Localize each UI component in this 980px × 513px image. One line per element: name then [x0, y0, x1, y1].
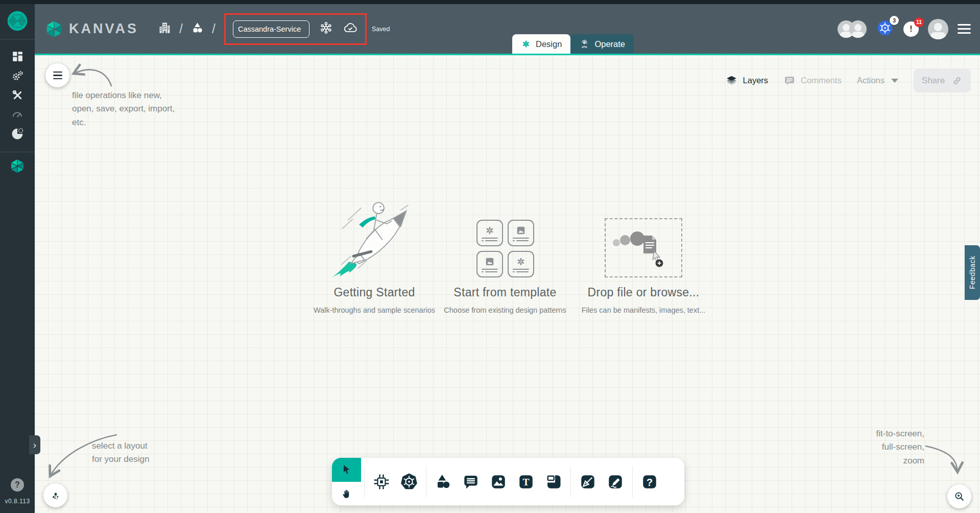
- layout-selector-button[interactable]: [43, 483, 67, 507]
- sidebar-item-extensions[interactable]: [7, 124, 28, 144]
- layout-annotation: select a layout for your design: [92, 439, 149, 467]
- sidebar-item-settings[interactable]: [7, 66, 28, 85]
- card-title: Getting Started: [310, 286, 438, 299]
- chevron-right-icon: ›: [33, 439, 36, 451]
- cursor-icon: [341, 463, 353, 476]
- share-label: Share: [922, 76, 945, 86]
- kanvas-app: ? v0.8.113 › KANVAS /: [0, 0, 980, 513]
- sidebar-divider: [0, 152, 35, 152]
- tab-design-label: Design: [536, 39, 562, 49]
- notifications-button[interactable]: ! 11: [903, 21, 919, 37]
- kanvas-logo-icon: [45, 20, 63, 38]
- sidebar-item-kanvas[interactable]: [7, 156, 28, 176]
- toolbar-divider: [364, 466, 365, 498]
- toolbar-divider: [570, 466, 571, 498]
- actions-dropdown[interactable]: Actions: [857, 76, 898, 85]
- frame-tool[interactable]: [541, 466, 566, 498]
- k8s-context-button[interactable]: 3: [876, 19, 894, 39]
- crossed-tools-icon: [11, 88, 25, 102]
- header-right-cluster: 3 ! 11: [838, 19, 980, 39]
- file-menu-button[interactable]: [45, 63, 69, 87]
- design-name-input[interactable]: [233, 20, 309, 38]
- shapes-icon: [434, 473, 452, 491]
- pointer-tools: [332, 458, 361, 505]
- select-tool[interactable]: [332, 458, 361, 482]
- card-subtitle: Walk-throughs and sample scenarios: [310, 306, 438, 314]
- layers-label: Layers: [743, 76, 769, 85]
- template-grid: [440, 200, 570, 277]
- tab-design[interactable]: Design: [512, 34, 570, 54]
- card-subtitle: Choose from existing design patterns: [440, 306, 570, 314]
- image-tool[interactable]: [486, 466, 511, 498]
- sidebar-item-toolkit[interactable]: [7, 85, 28, 105]
- text-tool[interactable]: T: [514, 466, 538, 498]
- drop-file-card[interactable]: Drop file or browse... Files can be mani…: [572, 200, 715, 314]
- hand-icon: [341, 487, 353, 500]
- design-nodes-icon[interactable]: [319, 21, 333, 37]
- design-name-highlight-box: [224, 13, 367, 45]
- arrow-to-menu: [74, 69, 111, 86]
- canvas-top-controls: Layers Comments Actions Share: [725, 68, 971, 92]
- sidebar-expand-button[interactable]: ›: [29, 435, 40, 454]
- sidebar-divider: [0, 39, 35, 39]
- dock-toolbar: T: [332, 458, 684, 505]
- workspace-shapes-icon[interactable]: [190, 21, 204, 37]
- toolbar-divider: [426, 466, 426, 498]
- hamburger-icon: [958, 24, 971, 26]
- pan-tool[interactable]: [332, 482, 361, 506]
- feedback-button[interactable]: Feedback: [965, 245, 980, 300]
- brand[interactable]: KANVAS: [45, 20, 138, 38]
- card-title: Start from template: [440, 286, 570, 299]
- shapes-tool[interactable]: [431, 466, 456, 498]
- sidebar-item-dashboard[interactable]: [7, 46, 28, 66]
- template-thumb: [508, 251, 534, 277]
- notification-badge: 11: [914, 17, 924, 27]
- dashboard-icon: [11, 50, 24, 63]
- help-button[interactable]: ?: [11, 478, 24, 492]
- drop-zone[interactable]: [605, 218, 682, 277]
- kubernetes-tool[interactable]: [397, 466, 421, 498]
- collaborator-avatars[interactable]: [838, 20, 867, 38]
- avatar: [849, 20, 867, 38]
- comments-icon: [783, 75, 796, 87]
- sidebar-item-performance[interactable]: [7, 105, 28, 124]
- zoom-annotation: fit-to-screen, full-screen, zoom: [876, 427, 924, 468]
- welcome-cards: Getting Started Walk-throughs and sample…: [310, 200, 715, 314]
- svg-text:?: ?: [647, 476, 653, 487]
- question-icon: ?: [640, 473, 659, 491]
- card-subtitle: Files can be manifests, images, text...: [572, 306, 715, 314]
- help-glyph: ?: [15, 480, 20, 489]
- link-icon: [951, 75, 963, 86]
- user-avatar[interactable]: [928, 19, 948, 39]
- design-canvas[interactable]: file operations like new, open, save, ex…: [35, 54, 980, 513]
- organization-icon[interactable]: [158, 21, 172, 37]
- components-tool[interactable]: [369, 466, 394, 498]
- pattern-flower-icon: [515, 256, 527, 267]
- zoom-controls-button[interactable]: [947, 484, 971, 508]
- pen-tool[interactable]: [576, 466, 600, 498]
- version-label: v0.8.113: [5, 498, 30, 505]
- pencil-icon: [606, 473, 625, 491]
- image-icon: [489, 473, 508, 491]
- design-flower-icon: [521, 39, 531, 49]
- app-menu-button[interactable]: [958, 24, 971, 34]
- start-from-template-card[interactable]: Start from template Choose from existing…: [440, 200, 570, 314]
- getting-started-card[interactable]: Getting Started Walk-throughs and sample…: [310, 200, 438, 314]
- comment-tool[interactable]: [459, 466, 483, 498]
- layer5-logo-icon[interactable]: [7, 10, 28, 34]
- chip-icon: [372, 473, 391, 491]
- header: KANVAS / /: [35, 4, 980, 54]
- tab-operate-label: Operate: [594, 39, 625, 49]
- operator-headset-icon: [579, 39, 590, 50]
- tab-operate[interactable]: Operate: [570, 34, 634, 54]
- comments-toggle[interactable]: Comments: [783, 75, 842, 87]
- help-tool[interactable]: ?: [637, 466, 662, 498]
- breadcrumb-separator: /: [179, 21, 183, 36]
- kanvas-hexagon-icon: [10, 158, 25, 174]
- share-button[interactable]: Share: [914, 68, 971, 92]
- layers-toggle[interactable]: Layers: [725, 74, 769, 87]
- sketch-tool[interactable]: [603, 466, 628, 498]
- drop-file-illustration: [612, 224, 675, 271]
- cloud-saved-icon[interactable]: [343, 20, 358, 38]
- sidebar-nav: [7, 46, 28, 144]
